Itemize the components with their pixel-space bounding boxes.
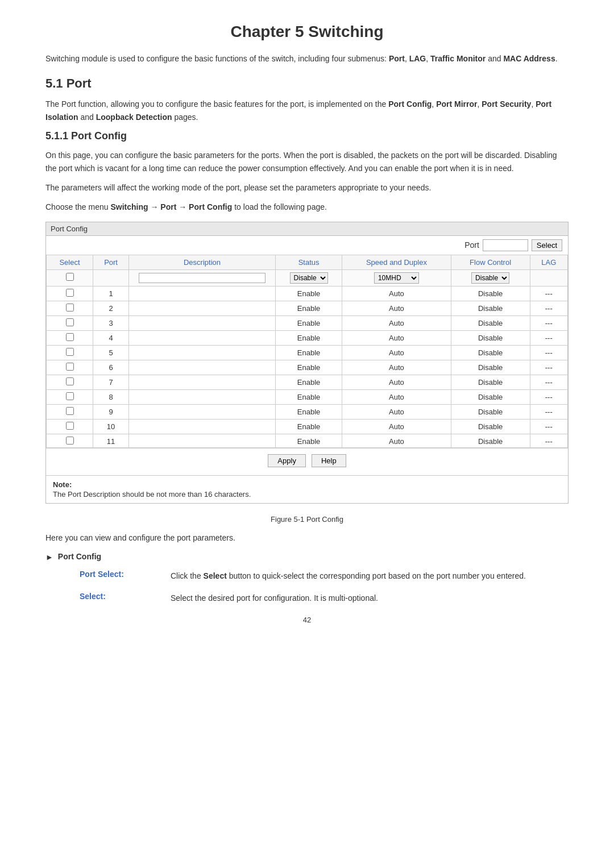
- row-checkbox-cell[interactable]: [47, 434, 93, 448]
- help-button[interactable]: Help: [312, 454, 346, 467]
- row-checkbox[interactable]: [66, 377, 74, 385]
- row-flow: Disable: [451, 389, 530, 404]
- row-checkbox[interactable]: [66, 422, 74, 430]
- row-flow: Disable: [451, 419, 530, 434]
- col-select: Select: [47, 255, 93, 269]
- port-config-section-label: Port Config: [58, 552, 101, 561]
- filter-speed-select[interactable]: 10MHD 10MFD 100MHD 100MFD 1000MFD Auto: [374, 272, 419, 284]
- filter-checkbox-cell[interactable]: [47, 269, 93, 286]
- filter-status-cell[interactable]: Disable Enable: [275, 269, 342, 286]
- row-lag: ---: [530, 286, 567, 301]
- row-status: Enable: [275, 404, 342, 419]
- figure-caption: Figure 5-1 Port Config: [45, 515, 569, 524]
- row-checkbox-cell[interactable]: [47, 404, 93, 419]
- table-row: 2 Enable Auto Disable ---: [47, 301, 568, 315]
- filter-flow-select[interactable]: Disable Enable: [471, 272, 509, 284]
- row-lag: ---: [530, 419, 567, 434]
- row-status: Enable: [275, 360, 342, 375]
- row-speed: Auto: [342, 315, 451, 330]
- row-port: 5: [93, 345, 129, 360]
- note-section: Note: The Port Description should be not…: [46, 475, 568, 503]
- row-checkbox-cell[interactable]: [47, 286, 93, 301]
- port-select-label: Port Select:: [80, 570, 171, 579]
- row-lag: ---: [530, 301, 567, 315]
- menu-port: Port: [160, 202, 176, 211]
- row-checkbox-cell[interactable]: [47, 345, 93, 360]
- filter-select-all[interactable]: [66, 273, 74, 281]
- row-port: 6: [93, 360, 129, 375]
- bold-loopback: Loopback Detection: [96, 113, 172, 122]
- row-port: 3: [93, 315, 129, 330]
- table-scroll-area[interactable]: Select Port Description Status Speed and…: [46, 255, 568, 448]
- row-flow: Disable: [451, 315, 530, 330]
- row-lag: ---: [530, 330, 567, 345]
- row-lag: ---: [530, 434, 567, 448]
- row-checkbox[interactable]: [66, 392, 74, 400]
- menu-switching: Switching: [110, 202, 148, 211]
- filter-speed-cell[interactable]: 10MHD 10MFD 100MHD 100MFD 1000MFD Auto: [342, 269, 451, 286]
- row-lag: ---: [530, 360, 567, 375]
- port-select-row: Port Select: [46, 236, 568, 255]
- row-speed: Auto: [342, 330, 451, 345]
- row-flow: Disable: [451, 360, 530, 375]
- widget-title-bar: Port Config: [46, 222, 568, 236]
- menu-path: Choose the menu Switching → Port → Port …: [45, 201, 569, 213]
- port-label: Port: [464, 240, 479, 250]
- bold-traffic-monitor: Traffic Monitor: [430, 54, 486, 63]
- row-port: 11: [93, 434, 129, 448]
- filter-port-cell: [93, 269, 129, 286]
- row-checkbox-cell[interactable]: [47, 301, 93, 315]
- select-label: Select:: [80, 592, 171, 601]
- row-port: 8: [93, 389, 129, 404]
- row-checkbox[interactable]: [66, 363, 74, 371]
- row-port: 7: [93, 375, 129, 389]
- row-checkbox[interactable]: [66, 333, 74, 341]
- row-status: Enable: [275, 419, 342, 434]
- row-checkbox-cell[interactable]: [47, 315, 93, 330]
- intro-paragraph: Switching module is used to configure th…: [45, 52, 569, 65]
- port-select-item: Port Select: Click the Select button to …: [80, 570, 569, 582]
- port-input[interactable]: [483, 239, 528, 251]
- filter-flow-cell[interactable]: Disable Enable: [451, 269, 530, 286]
- filter-desc-cell[interactable]: [129, 269, 276, 286]
- row-desc: [129, 389, 276, 404]
- row-desc: [129, 404, 276, 419]
- col-flow-control: Flow Control: [451, 255, 530, 269]
- col-lag: LAG: [530, 255, 567, 269]
- row-checkbox-cell[interactable]: [47, 375, 93, 389]
- row-speed: Auto: [342, 434, 451, 448]
- row-checkbox[interactable]: [66, 407, 74, 415]
- row-checkbox[interactable]: [66, 437, 74, 445]
- row-status: Enable: [275, 301, 342, 315]
- select-value: Select the desired port for configuratio…: [171, 592, 569, 604]
- bold-port-security: Port Security: [482, 99, 531, 109]
- row-checkbox[interactable]: [66, 318, 74, 326]
- bold-lag: LAG: [409, 54, 426, 63]
- row-checkbox-cell[interactable]: [47, 330, 93, 345]
- table-row: 9 Enable Auto Disable ---: [47, 404, 568, 419]
- widget-button-row: Apply Help: [46, 448, 568, 473]
- row-checkbox[interactable]: [66, 348, 74, 356]
- table-row: 1 Enable Auto Disable ---: [47, 286, 568, 301]
- filter-status-select[interactable]: Disable Enable: [290, 272, 328, 284]
- row-checkbox-cell[interactable]: [47, 389, 93, 404]
- col-speed-duplex: Speed and Duplex: [342, 255, 451, 269]
- col-status: Status: [275, 255, 342, 269]
- row-speed: Auto: [342, 419, 451, 434]
- row-checkbox-cell[interactable]: [47, 419, 93, 434]
- row-checkbox[interactable]: [66, 289, 74, 297]
- filter-row: Disable Enable 10MHD 10MFD 100MHD 100MFD…: [47, 269, 568, 286]
- row-desc: [129, 345, 276, 360]
- apply-button[interactable]: Apply: [268, 454, 306, 467]
- row-flow: Disable: [451, 404, 530, 419]
- col-port: Port: [93, 255, 129, 269]
- menu-port-config: Port Config: [189, 202, 232, 211]
- select-item: Select: Select the desired port for conf…: [80, 592, 569, 604]
- row-checkbox-cell[interactable]: [47, 360, 93, 375]
- page-number: 42: [45, 616, 569, 624]
- row-flow: Disable: [451, 375, 530, 389]
- select-button[interactable]: Select: [532, 239, 562, 251]
- row-checkbox[interactable]: [66, 304, 74, 312]
- row-desc: [129, 419, 276, 434]
- col-description: Description: [129, 255, 276, 269]
